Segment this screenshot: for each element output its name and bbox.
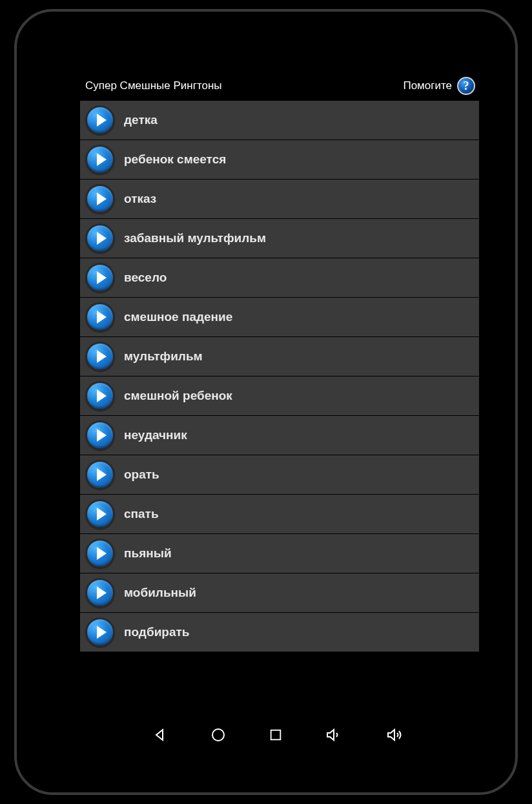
play-icon[interactable] [85, 617, 115, 647]
help-icon[interactable]: ? [457, 77, 475, 95]
ringtone-label: забавный мультфильм [124, 231, 266, 245]
app-title: Супер Смешные Рингтоны [85, 79, 222, 92]
ringtone-label: смешное падение [124, 310, 232, 324]
ringtone-label: пьяный [124, 546, 172, 561]
help-question-mark: ? [464, 79, 469, 93]
list-item[interactable]: пьяный [80, 534, 479, 573]
android-nav-bar [80, 719, 479, 751]
play-icon[interactable] [85, 381, 115, 411]
ringtone-label: мультфильм [124, 349, 203, 364]
ringtone-label: смешной ребенок [124, 389, 232, 403]
ringtone-label: детка [124, 113, 158, 127]
play-icon[interactable] [85, 105, 115, 135]
ringtone-label: орать [124, 468, 159, 482]
play-icon[interactable] [85, 145, 115, 174]
play-icon[interactable] [85, 499, 115, 529]
play-icon[interactable] [85, 223, 115, 253]
list-item[interactable]: спать [80, 495, 479, 533]
ringtone-label: подбирать [124, 625, 189, 639]
back-icon[interactable] [152, 727, 168, 743]
list-item[interactable]: орать [80, 455, 479, 494]
list-item[interactable]: подбирать [80, 613, 479, 652]
help-label[interactable]: Помогите [403, 79, 452, 92]
list-item[interactable]: детка [80, 101, 479, 139]
list-item[interactable]: забавный мультфильм [80, 219, 479, 258]
list-item[interactable]: смешной ребенок [80, 376, 479, 415]
ringtone-label: весело [124, 271, 167, 285]
list-item[interactable]: мультфильм [80, 337, 479, 376]
list-item[interactable]: неудачник [80, 416, 479, 455]
play-icon[interactable] [85, 342, 115, 371]
volume-up-icon[interactable] [386, 727, 407, 743]
play-icon[interactable] [85, 460, 115, 490]
list-item[interactable]: ребенок смеется [80, 140, 479, 179]
ringtone-label: спать [124, 507, 159, 521]
play-icon[interactable] [85, 302, 115, 332]
app-screen: Супер Смешные Рингтоны Помогите ? детка … [80, 71, 479, 722]
play-icon[interactable] [85, 420, 115, 450]
play-icon[interactable] [85, 263, 115, 293]
home-icon[interactable] [210, 727, 226, 743]
device-frame: Супер Смешные Рингтоны Помогите ? детка … [14, 9, 518, 795]
list-item[interactable]: смешное падение [80, 298, 479, 336]
ringtone-label: отказ [124, 192, 156, 206]
list-item[interactable]: мобильный [80, 573, 479, 612]
ringtone-label: мобильный [124, 586, 196, 600]
play-icon[interactable] [85, 184, 115, 214]
ringtone-label: неудачник [124, 428, 187, 442]
svg-point-0 [212, 729, 224, 741]
header-right: Помогите ? [403, 77, 475, 95]
ringtone-label: ребенок смеется [124, 152, 226, 167]
play-icon[interactable] [85, 539, 115, 568]
list-item[interactable]: отказ [80, 180, 479, 218]
ringtone-list: детка ребенок смеется отказ забавный мул… [80, 101, 479, 652]
play-icon[interactable] [85, 578, 115, 608]
svg-rect-1 [271, 730, 281, 740]
volume-down-icon[interactable] [325, 727, 343, 743]
app-header: Супер Смешные Рингтоны Помогите ? [80, 71, 479, 101]
recent-apps-icon[interactable] [269, 728, 283, 742]
list-item[interactable]: весело [80, 258, 479, 297]
